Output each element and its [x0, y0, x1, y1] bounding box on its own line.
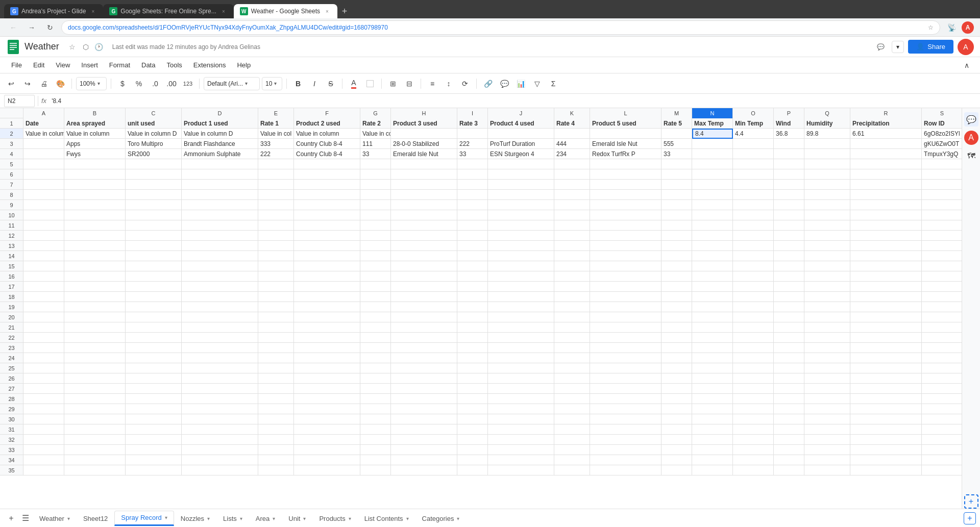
cell-h29[interactable] [391, 404, 457, 414]
cell-k30[interactable] [554, 414, 590, 424]
cell-b6[interactable] [64, 169, 126, 180]
cell-s11[interactable] [922, 220, 962, 231]
cell-j18[interactable] [488, 292, 554, 302]
cell-c35[interactable] [126, 465, 182, 475]
cell-m6[interactable] [662, 169, 692, 180]
cell-g35[interactable] [360, 465, 391, 475]
cell-c32[interactable] [126, 435, 182, 445]
cell-r12[interactable] [850, 231, 922, 241]
cell-r34[interactable] [850, 455, 922, 465]
cell-p24[interactable] [774, 353, 804, 363]
cell-o20[interactable] [733, 312, 774, 322]
cell-b23[interactable] [64, 343, 126, 353]
row-num-20[interactable]: 20 [0, 312, 23, 322]
align-button[interactable]: ≡ [425, 77, 439, 91]
cell-g3[interactable]: 111 [360, 139, 391, 149]
cell-n31[interactable] [692, 424, 733, 435]
row-num-33[interactable]: 33 [0, 445, 23, 455]
cell-j16[interactable] [488, 271, 554, 282]
col-header-o[interactable]: O [733, 108, 774, 118]
cell-d11[interactable] [182, 220, 258, 231]
cell-h15[interactable] [391, 261, 457, 271]
cell-c11[interactable] [126, 220, 182, 231]
cell-o9[interactable] [733, 200, 774, 210]
cell-f8[interactable] [294, 190, 360, 200]
cell-o10[interactable] [733, 210, 774, 220]
cell-l20[interactable] [590, 312, 662, 322]
cell-r20[interactable] [850, 312, 922, 322]
cell-l23[interactable] [590, 343, 662, 353]
cell-e4[interactable]: 222 [258, 149, 294, 159]
row-num-3[interactable]: 3 [0, 139, 23, 149]
sheet-tab-lists[interactable]: Lists ▾ [216, 511, 249, 526]
cell-q15[interactable] [804, 261, 850, 271]
cell-a13[interactable] [23, 241, 64, 251]
cell-o4[interactable] [733, 149, 774, 159]
cell-b7[interactable] [64, 180, 126, 190]
cell-n9[interactable] [692, 200, 733, 210]
cell-c14[interactable] [126, 251, 182, 261]
cell-i32[interactable] [457, 435, 488, 445]
cell-s15[interactable] [922, 261, 962, 271]
cell-e6[interactable] [258, 169, 294, 180]
cell-p10[interactable] [774, 210, 804, 220]
cell-h16[interactable] [391, 271, 457, 282]
cell-e29[interactable] [258, 404, 294, 414]
cell-c8[interactable] [126, 190, 182, 200]
cell-o13[interactable] [733, 241, 774, 251]
cell-m31[interactable] [662, 424, 692, 435]
cell-m32[interactable] [662, 435, 692, 445]
cell-d28[interactable] [182, 394, 258, 404]
cell-n3[interactable] [692, 139, 733, 149]
strikethrough-button[interactable]: S [324, 77, 338, 91]
cell-e7[interactable] [258, 180, 294, 190]
cell-o28[interactable] [733, 394, 774, 404]
cell-p26[interactable] [774, 373, 804, 384]
sheet-tab-list-contents[interactable]: List Contents ▾ [358, 511, 415, 526]
cell-m3[interactable]: 555 [662, 139, 692, 149]
cell-k17[interactable] [554, 282, 590, 292]
cell-i17[interactable] [457, 282, 488, 292]
cell-s4[interactable]: TmpuxY3gQ [922, 149, 962, 159]
cell-g6[interactable] [360, 169, 391, 180]
cell-e20[interactable] [258, 312, 294, 322]
new-tab-button[interactable]: + [337, 4, 352, 18]
col-header-s[interactable]: S [922, 108, 962, 118]
cell-m10[interactable] [662, 210, 692, 220]
cell-s30[interactable] [922, 414, 962, 424]
cell-b14[interactable] [64, 251, 126, 261]
cell-b13[interactable] [64, 241, 126, 251]
row-num-18[interactable]: 18 [0, 292, 23, 302]
cell-s24[interactable] [922, 353, 962, 363]
cell-n17[interactable] [692, 282, 733, 292]
cell-d13[interactable] [182, 241, 258, 251]
cell-h3[interactable]: 28-0-0 Stabilized [391, 139, 457, 149]
cell-h7[interactable] [391, 180, 457, 190]
cell-p27[interactable] [774, 384, 804, 394]
cell-l14[interactable] [590, 251, 662, 261]
link-button[interactable]: 🔗 [481, 77, 495, 91]
cell-i19[interactable] [457, 302, 488, 312]
cell-e5[interactable] [258, 159, 294, 169]
cell-c30[interactable] [126, 414, 182, 424]
cell-d31[interactable] [182, 424, 258, 435]
cell-c19[interactable] [126, 302, 182, 312]
cell-k33[interactable] [554, 445, 590, 455]
cell-n11[interactable] [692, 220, 733, 231]
cell-k6[interactable] [554, 169, 590, 180]
user-avatar[interactable]: A [958, 39, 974, 55]
cell-i2[interactable] [457, 129, 488, 139]
cell-q8[interactable] [804, 190, 850, 200]
cell-a31[interactable] [23, 424, 64, 435]
cell-o21[interactable] [733, 322, 774, 333]
cell-h25[interactable] [391, 363, 457, 373]
cell-h17[interactable] [391, 282, 457, 292]
cell-q7[interactable] [804, 180, 850, 190]
col-header-q[interactable]: Q [804, 108, 850, 118]
cell-m30[interactable] [662, 414, 692, 424]
cell-p7[interactable] [774, 180, 804, 190]
cell-o23[interactable] [733, 343, 774, 353]
cell-c26[interactable] [126, 373, 182, 384]
row-num-16[interactable]: 16 [0, 271, 23, 282]
cell-f10[interactable] [294, 210, 360, 220]
